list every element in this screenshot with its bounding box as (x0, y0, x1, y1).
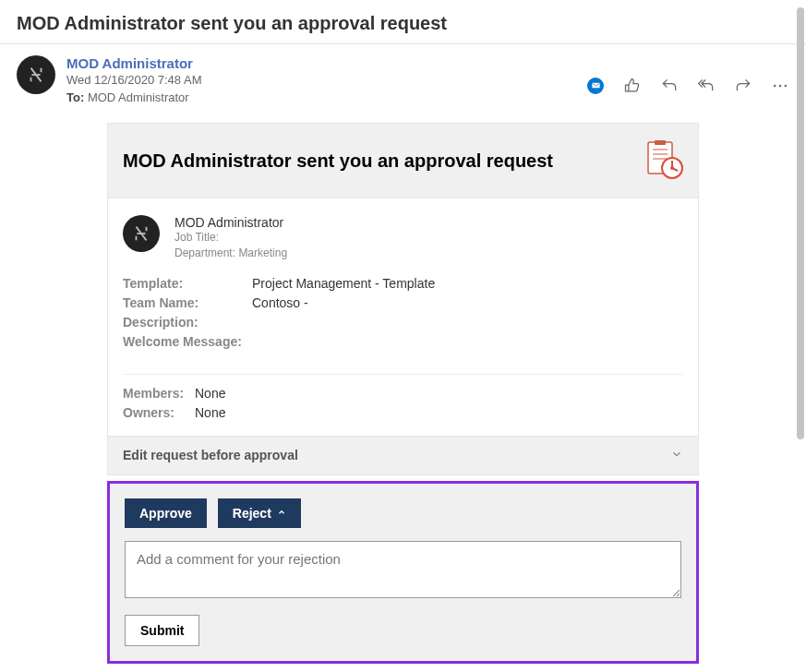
security-footer: For security reasons, this message is on… (107, 664, 699, 672)
to-label: To: (66, 90, 84, 104)
svg-rect-5 (655, 140, 666, 145)
action-buttons: Approve Reject (125, 498, 681, 528)
members-block: Members: None Owners: None (108, 384, 698, 436)
detail-members: Members: None (123, 384, 683, 403)
rejection-comment-input[interactable] (125, 541, 681, 598)
detail-team-name: Team Name: Contoso - (123, 294, 683, 313)
more-actions-icon[interactable] (771, 77, 789, 95)
page-title: MOD Administrator sent you an approval r… (0, 0, 806, 43)
approval-card-wrap: MOD Administrator sent you an approval r… (107, 123, 699, 672)
email-toolbar (586, 55, 789, 104)
detail-owners: Owners: None (123, 403, 683, 423)
to-line: To: MOD Administrator (66, 90, 201, 104)
unread-icon[interactable] (586, 77, 605, 95)
to-value: MOD Administrator (88, 90, 189, 104)
edit-request-label: Edit request before approval (123, 448, 298, 462)
requester-job-title: Job Title: (174, 230, 287, 246)
edit-request-toggle[interactable]: Edit request before approval (108, 436, 698, 474)
detail-template: Template: Project Management - Template (123, 274, 683, 294)
approve-button[interactable]: Approve (125, 498, 207, 528)
chevron-up-icon (277, 508, 286, 519)
requester-name: MOD Administrator (174, 215, 287, 230)
forward-icon[interactable] (734, 77, 752, 95)
svg-point-3 (785, 84, 788, 87)
approval-card: MOD Administrator sent you an approval r… (107, 123, 699, 475)
requester-department: Department: Marketing (174, 246, 287, 261)
requester-block: MOD Administrator Job Title: Department:… (108, 198, 698, 274)
reply-all-icon[interactable] (697, 77, 716, 95)
action-panel: Approve Reject Submit (107, 481, 699, 664)
svg-point-1 (774, 84, 776, 87)
detail-description: Description: (123, 313, 683, 332)
requester-avatar (123, 215, 160, 252)
email-header: MOD Administrator Wed 12/16/2020 7:48 AM… (0, 44, 806, 104)
submit-button[interactable]: Submit (125, 615, 199, 646)
clipboard-clock-icon (646, 140, 683, 181)
sender-avatar (17, 55, 55, 94)
like-icon[interactable] (623, 77, 642, 95)
reply-icon[interactable] (660, 77, 679, 95)
svg-rect-0 (592, 83, 599, 89)
request-details: Template: Project Management - Template … (108, 274, 698, 365)
card-header: MOD Administrator sent you an approval r… (108, 124, 698, 198)
email-timestamp: Wed 12/16/2020 7:48 AM (66, 73, 201, 87)
scrollbar-thumb[interactable] (797, 7, 804, 439)
reject-button[interactable]: Reject (218, 498, 301, 528)
card-header-title: MOD Administrator sent you an approval r… (123, 150, 553, 172)
sender-name: MOD Administrator (66, 55, 201, 71)
details-divider (123, 374, 683, 375)
chevron-down-icon (670, 448, 683, 463)
svg-point-2 (779, 84, 782, 87)
sender-block: MOD Administrator Wed 12/16/2020 7:48 AM… (17, 55, 201, 104)
detail-welcome: Welcome Message: (123, 332, 683, 352)
